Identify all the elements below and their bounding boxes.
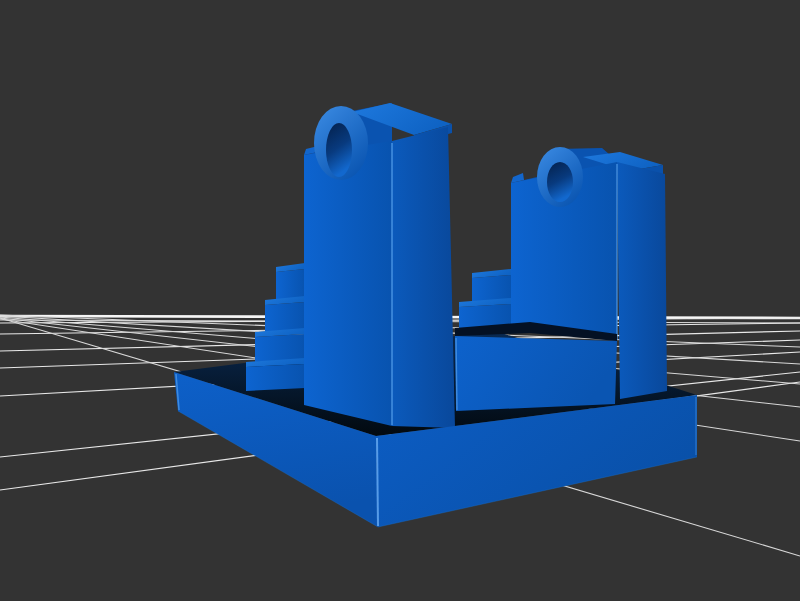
tower-right-face [392, 127, 455, 428]
tower-right-face [617, 162, 667, 399]
step-face [255, 334, 305, 362]
step-face [472, 275, 511, 302]
step-face [246, 364, 305, 391]
left-ring-boss [314, 106, 368, 180]
step-face [276, 269, 305, 300]
right-ring-boss [537, 147, 583, 207]
tower-front-face [304, 141, 392, 426]
ring-bore [326, 123, 352, 177]
ring-bore [547, 162, 573, 202]
corner-edge-highlight [377, 438, 378, 526]
scene-canvas[interactable] [0, 0, 800, 601]
step-face [265, 302, 305, 332]
3d-model-viewport[interactable] [0, 0, 800, 601]
edge-highlight [456, 338, 457, 410]
mid-block-front-face [455, 336, 617, 411]
